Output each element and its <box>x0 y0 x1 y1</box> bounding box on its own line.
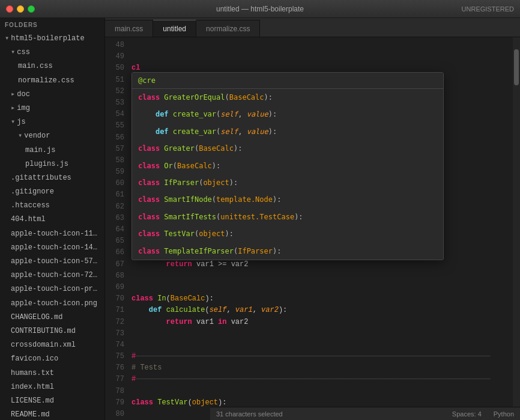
title-bar: untitled — html5-boilerplate UNREGISTERE… <box>0 0 520 18</box>
sidebar-item-pluginsjs[interactable]: plugins.js <box>0 157 104 171</box>
sidebar-item-404[interactable]: 404.html <box>0 213 104 227</box>
unregistered-label: UNREGISTERED <box>462 5 514 13</box>
sidebar-item-favicon[interactable]: favicon.ico <box>0 352 104 366</box>
line-num-67: 67 <box>105 259 124 270</box>
line-num-50: 50 <box>105 62 124 74</box>
autocomplete-dropdown[interactable]: @cre class GreaterOrEqual(BaseCalc): def… <box>132 72 444 260</box>
sidebar-item-touch144[interactable]: apple-touch-icon-144x1 <box>0 241 104 255</box>
autocomplete-item-8[interactable]: class TestVar(object): <box>132 225 443 242</box>
folders-header: FOLDERS <box>0 18 104 32</box>
sidebar-item-js[interactable]: ▾js <box>0 115 104 129</box>
sidebar-item-contributing[interactable]: CONTRIBUTING.md <box>0 324 104 338</box>
sidebar-item-humans[interactable]: humans.txt <box>0 367 104 380</box>
line-num-76: 76 <box>105 362 124 374</box>
maximize-button[interactable] <box>28 5 35 13</box>
sidebar-item-index[interactable]: index.html <box>0 380 104 394</box>
window-title: untitled — html5-boilerplate <box>216 5 304 13</box>
status-spaces: Spaces: 4 <box>452 410 482 418</box>
code-line-76: # Tests <box>132 362 513 374</box>
sidebar-item-gitattributes[interactable]: .gitattributes <box>0 171 104 185</box>
sidebar-item-touch57[interactable]: apple-touch-icon-57x57 <box>0 255 104 269</box>
line-num-75: 75 <box>105 351 124 362</box>
sidebar-item-readme[interactable]: README.md <box>0 408 104 420</box>
sidebar-item-touch114[interactable]: apple-touch-icon-114x1 <box>0 227 104 241</box>
folder-icon: ▸ <box>11 104 15 112</box>
sidebar-item-crossdomain[interactable]: crossdomain.xml <box>0 338 104 352</box>
code-line-77: #───────────────────────────────────────… <box>132 374 513 385</box>
line-num-77: 77 <box>105 374 124 385</box>
code-line-74 <box>132 339 513 351</box>
code-line-71: def calculate(self, var1, var2): <box>132 305 513 316</box>
code-line-78 <box>132 386 513 397</box>
sidebar-item-css[interactable]: ▾css <box>0 46 104 59</box>
code-line-67: return var1 >= var2 <box>132 259 513 270</box>
scrollbar-track[interactable] <box>513 37 520 407</box>
line-num-49: 49 <box>105 51 124 62</box>
autocomplete-item-9[interactable]: class TemplateIfParser(IfParser): <box>132 243 443 260</box>
line-num-66: 66 <box>105 247 124 258</box>
line-num-72: 72 <box>105 317 124 328</box>
line-num-71: 71 <box>105 305 124 316</box>
sidebar-item-touch72[interactable]: apple-touch-icon-72x72 <box>0 269 104 282</box>
line-num-59: 59 <box>105 166 124 178</box>
line-num-62: 62 <box>105 201 124 213</box>
sidebar-item-normalizecss[interactable]: normalize.css <box>0 74 104 88</box>
sidebar-item-touchpng[interactable]: apple-touch-icon.png <box>0 297 104 311</box>
sidebar-item-vendor[interactable]: ▾vendor <box>0 129 104 143</box>
code-line-70: class In(BaseCalc): <box>132 293 513 305</box>
sidebar-item-htaccess[interactable]: .htaccess <box>0 199 104 213</box>
tab-untitled[interactable]: untitled <box>153 20 196 37</box>
code-line-75: #───────────────────────────────────────… <box>132 351 513 362</box>
scrollbar-thumb[interactable] <box>514 49 519 85</box>
sidebar-item-boilerplate[interactable]: ▾html5-boilerplate <box>0 32 104 46</box>
line-num-61: 61 <box>105 189 124 201</box>
sidebar-item-maincss[interactable]: main.css <box>0 59 104 73</box>
line-num-73: 73 <box>105 328 124 339</box>
code-line-48 <box>132 40 513 51</box>
line-num-74: 74 <box>105 339 124 351</box>
line-num-53: 53 <box>105 97 124 109</box>
status-right: Spaces: 4 Python <box>452 410 514 418</box>
code-line-68 <box>132 270 513 282</box>
line-num-55: 55 <box>105 120 124 132</box>
code-line-73 <box>132 328 513 339</box>
autocomplete-item-2[interactable]: def create_var(self, value): <box>132 123 443 140</box>
main-layout: FOLDERS ▾html5-boilerplate ▾css main.css… <box>0 18 520 420</box>
code-editor[interactable]: 48 49 50 51 52 53 54 55 56 57 58 59 60 6… <box>105 37 520 420</box>
sidebar-item-touchpre[interactable]: apple-touch-icon-preco <box>0 282 104 296</box>
line-num-63: 63 <box>105 213 124 224</box>
autocomplete-item-7[interactable]: class SmartIfTests(unittest.TestCase): <box>132 208 443 225</box>
minimize-button[interactable] <box>17 5 24 13</box>
line-num-79: 79 <box>105 397 124 409</box>
sidebar-item-license[interactable]: LICENSE.md <box>0 394 104 408</box>
status-bar: 31 characters selected Spaces: 4 Python <box>210 407 520 420</box>
sidebar-item-mainjs[interactable]: main.js <box>0 144 104 157</box>
code-line-49 <box>132 51 513 62</box>
autocomplete-item-5[interactable]: class IfParser(object): <box>132 174 443 191</box>
sidebar-item-gitignore[interactable]: .gitignore <box>0 185 104 199</box>
folder-icon: ▾ <box>11 48 15 56</box>
tab-maincss[interactable]: main.css <box>105 20 153 37</box>
autocomplete-item-1[interactable]: def create_var(self, value): <box>132 106 443 123</box>
window-controls[interactable] <box>6 5 35 13</box>
sidebar-item-img[interactable]: ▸img <box>0 102 104 115</box>
line-num-57: 57 <box>105 144 124 155</box>
close-button[interactable] <box>6 5 13 13</box>
tab-normalizecss[interactable]: normalize.css <box>196 20 260 37</box>
folder-icon: ▾ <box>5 34 9 43</box>
autocomplete-item-4[interactable]: class Or(BaseCalc): <box>132 157 443 174</box>
line-num-68: 68 <box>105 270 124 282</box>
folder-icon: ▸ <box>11 90 15 99</box>
autocomplete-item-0[interactable]: class GreaterOrEqual(BaseCalc): <box>132 89 443 106</box>
sidebar: FOLDERS ▾html5-boilerplate ▾css main.css… <box>0 18 105 420</box>
line-num-56: 56 <box>105 132 124 144</box>
autocomplete-item-3[interactable]: class Greater(BaseCalc): <box>132 140 443 157</box>
status-selection: 31 characters selected <box>216 410 283 418</box>
code-line-79: class TestVar(object): <box>132 397 513 407</box>
status-language: Python <box>494 410 514 418</box>
code-line-72: return var1 in var2 <box>132 317 513 328</box>
sidebar-item-doc[interactable]: ▸doc <box>0 88 104 102</box>
autocomplete-item-6[interactable]: class SmartIfNode(template.Node): <box>132 191 443 208</box>
sidebar-item-changelog[interactable]: CHANGELOG.md <box>0 311 104 324</box>
folder-icon: ▾ <box>11 118 15 126</box>
